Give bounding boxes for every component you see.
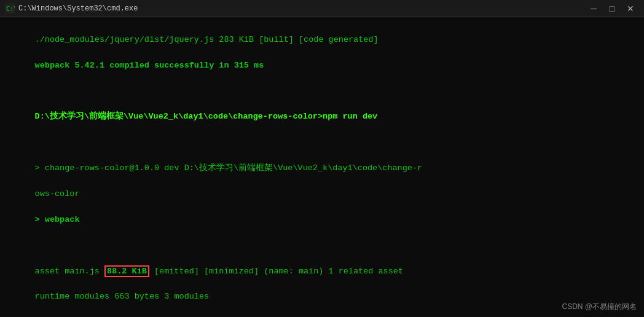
maximize-button[interactable]: □ bbox=[603, 1, 621, 16]
asset-line-prefix: asset main.js bbox=[35, 267, 104, 276]
package-line-cont: ows-color bbox=[35, 189, 80, 198]
package-line: > change-rows-color@1.0.0 dev D:\技术学习\前端… bbox=[35, 163, 422, 173]
webpack-cmd: > webpack bbox=[35, 215, 80, 224]
close-button[interactable]: ✕ bbox=[622, 1, 639, 16]
prompt-line: D:\技术学习\前端框架\Vue\Vue2_k\day1\code\change… bbox=[35, 112, 378, 121]
terminal-content: ./node_modules/jquery/dist/jquery.js 283… bbox=[5, 21, 639, 317]
output-line-1: ./node_modules/jquery/dist/jquery.js 283… bbox=[35, 35, 379, 44]
window: C:\ C:\Windows\System32\cmd.exe ─ □ ✕ ./… bbox=[0, 0, 644, 317]
cmd-icon: C:\ bbox=[5, 4, 15, 14]
svg-text:C:\: C:\ bbox=[6, 6, 15, 12]
window-controls: ─ □ ✕ bbox=[585, 1, 639, 16]
window-title: C:\Windows\System32\cmd.exe bbox=[18, 4, 585, 13]
title-bar: C:\ C:\Windows\System32\cmd.exe ─ □ ✕ bbox=[0, 0, 644, 17]
runtime-modules-line: runtime modules 663 bytes 3 modules bbox=[35, 292, 210, 301]
minimize-button[interactable]: ─ bbox=[585, 1, 602, 16]
output-line-2: webpack 5.42.1 compiled successfully in … bbox=[35, 61, 264, 70]
terminal-body[interactable]: ./node_modules/jquery/dist/jquery.js 283… bbox=[0, 17, 644, 317]
file-size-highlighted: 88.2 KiB bbox=[104, 265, 149, 277]
watermark: CSDN @不易撞的网名 bbox=[562, 302, 637, 312]
asset-line-suffix: [emitted] [minimized] (name: main) 1 rel… bbox=[149, 267, 403, 276]
